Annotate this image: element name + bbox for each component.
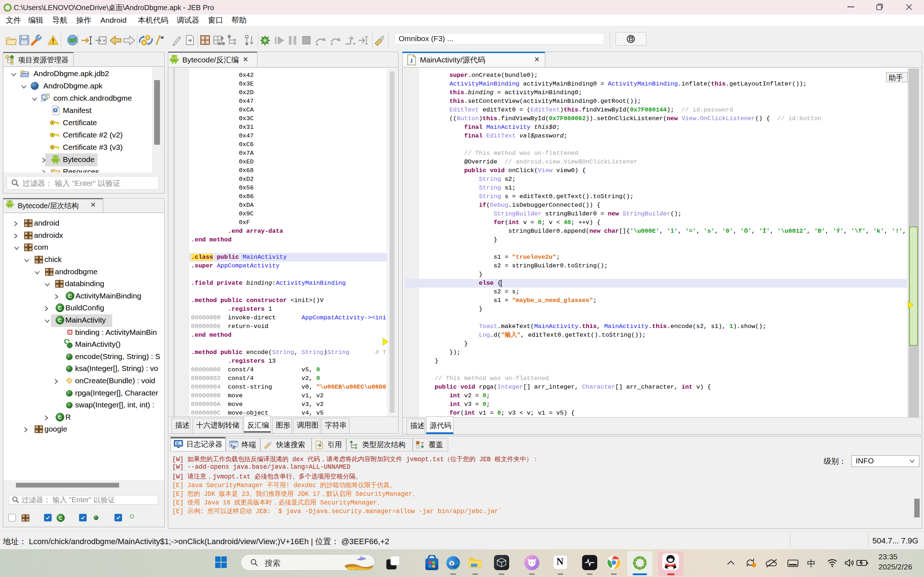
- svg-text:C: C: [59, 515, 63, 521]
- svg-text:C: C: [68, 293, 72, 299]
- svg-text:X: X: [54, 108, 57, 112]
- svg-text:C: C: [58, 305, 62, 311]
- svg-text:J: J: [410, 57, 413, 64]
- svg-text:C: C: [58, 414, 62, 421]
- svg-text:C: C: [58, 317, 62, 323]
